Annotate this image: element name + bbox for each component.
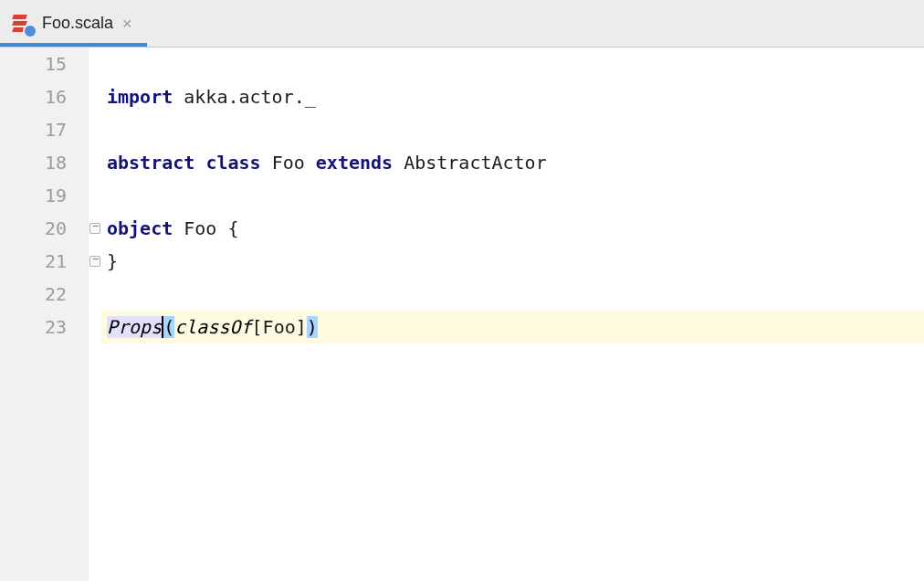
code-token	[194, 152, 205, 174]
code-line[interactable]: object Foo {	[101, 212, 924, 245]
code-token: Props	[107, 316, 162, 338]
code-token: Foo {	[173, 217, 238, 239]
code-token: }	[107, 250, 118, 272]
code-token: classOf	[174, 316, 251, 338]
code-line[interactable]: }	[101, 245, 924, 278]
editor-area: 151617181920212223 import akka.actor._ab…	[0, 48, 924, 581]
code-token: )	[307, 316, 318, 338]
line-number[interactable]: 18	[0, 146, 89, 179]
code-token: class	[205, 152, 260, 174]
code-token: object	[107, 217, 173, 239]
code-token: extends	[316, 152, 393, 174]
line-number[interactable]: 23	[0, 311, 89, 343]
code-line[interactable]	[101, 113, 924, 146]
code-token: AbstractActor	[393, 152, 547, 174]
line-number[interactable]: 20	[0, 212, 89, 245]
fold-handle[interactable]	[89, 256, 100, 267]
file-tab-label: Foo.scala	[42, 14, 113, 33]
scala-file-icon	[13, 14, 33, 34]
line-number[interactable]: 15	[0, 48, 89, 80]
code-editor[interactable]: import akka.actor._abstract class Foo ex…	[101, 48, 924, 581]
code-line[interactable]: abstract class Foo extends AbstractActor	[101, 146, 924, 179]
code-token: [Foo]	[252, 316, 307, 338]
line-number[interactable]: 16	[0, 80, 89, 113]
code-line[interactable]: import akka.actor._	[101, 80, 924, 113]
fold-handle[interactable]	[89, 223, 100, 234]
line-number[interactable]: 21	[0, 245, 89, 278]
close-icon[interactable]: ×	[122, 16, 132, 32]
code-line[interactable]	[101, 179, 924, 212]
code-token: akka.actor._	[173, 86, 316, 108]
fold-column[interactable]	[89, 48, 101, 581]
line-number[interactable]: 22	[0, 278, 89, 311]
file-tab[interactable]: Foo.scala ×	[0, 0, 147, 47]
code-token: abstract	[107, 152, 194, 174]
line-number[interactable]: 17	[0, 113, 89, 146]
code-token: Foo	[261, 152, 316, 174]
code-token: import	[107, 86, 173, 108]
line-number-gutter[interactable]: 151617181920212223	[0, 48, 89, 581]
code-line[interactable]	[101, 278, 924, 311]
editor-tabbar: Foo.scala ×	[0, 0, 924, 48]
code-line[interactable]: Props(classOf[Foo])	[101, 311, 924, 343]
code-token: (	[163, 316, 174, 338]
code-line[interactable]	[101, 48, 924, 80]
line-number[interactable]: 19	[0, 179, 89, 212]
